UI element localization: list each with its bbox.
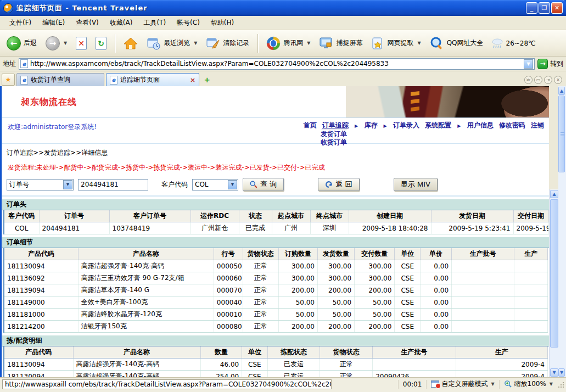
nav-inventory[interactable]: 库存 [364,121,377,129]
table-cell: 000010 [214,309,243,321]
nav-ship-order[interactable]: 发货订单 [321,130,347,138]
back-button[interactable]: ← 后退 [3,34,40,53]
close-button[interactable]: ✕ [551,2,563,14]
tab-list-chevron-button[interactable]: ≫ [524,76,533,84]
address-input[interactable]: e http://www.aspxamcom/ebs/track/TrackDe… [19,58,535,70]
table-cell: 深圳 [310,222,349,234]
menu-account[interactable]: 帐号(C) [172,16,205,29]
tab-restore-button[interactable]: ▭ [534,76,542,84]
table-cell: CSE [395,296,421,309]
address-url[interactable]: http://www.aspxamcom/ebs/track/TrackDeta… [30,60,524,68]
tab-receive-order-query[interactable]: e 收货订单查询 [16,73,104,86]
minimize-button[interactable]: _ [526,2,537,14]
site-banner: 昶东物流在线 [2,86,549,118]
show-miv-button[interactable]: 显示 MIV [394,178,438,191]
column-header: 起点城市 [272,210,310,222]
new-tab-button[interactable]: ＋ [201,74,213,86]
nav-user-info[interactable]: 用户信息 [467,121,494,129]
maximize-button[interactable]: ❐ [539,2,550,14]
home-button[interactable] [120,35,141,52]
favorites-button[interactable]: ★ [2,74,15,86]
scroll-up-icon[interactable]: ▲ [558,87,565,95]
resize-grip[interactable] [557,381,564,388]
tab-bar-close-button[interactable]: × [554,76,562,84]
forward-button[interactable]: → ▼ [42,34,70,53]
order-header-table: 客户代码订单号客户订单号运作RDC状态起点城市终点城市创建日期发货日期交付日期C… [3,210,549,234]
weather-widget[interactable]: 26~28℃ [491,38,536,49]
menu-tools[interactable]: 工具(T) [138,16,171,29]
breadcrumb: 订单追踪>>发货追踪>>详细信息 [2,144,549,160]
customer-select[interactable]: COL ▼ [192,179,238,191]
stop-button[interactable]: ✕ [72,35,90,52]
qq-nav-button[interactable]: QQ网址大全 [427,34,487,53]
qq-portal-dropdown-icon[interactable]: ▼ [307,41,310,46]
tab-dock-button[interactable]: ⇥ [544,76,552,84]
nav-receive-order[interactable]: 收货订单 [321,138,347,146]
table-cell [452,260,514,272]
tab-close-icon[interactable]: × [190,76,195,84]
weather-rain-icon [491,38,503,49]
tab-track-detail[interactable]: e 追踪细节页面 × [106,73,199,86]
toolbar-separator [115,34,115,53]
main-nav: 首页 订单追踪 ▶ 库存 ▶ 订单录入 系统配置 ▶ 用户信息 修改密码 注销 [302,121,546,130]
menu-help[interactable]: 帮助(H) [206,16,239,29]
table-cell: 高露洁草本牙膏-140 G [78,284,214,296]
recent-browse-button[interactable]: 最近浏览 ▼ [143,35,200,52]
table-cell: 200.00 [355,284,395,296]
extract-page-icon [371,37,384,50]
nav-change-password[interactable]: 修改密码 [499,121,525,129]
qq-portal-icon [266,36,281,51]
recent-dropdown-icon[interactable]: ▼ [194,41,197,46]
query-button[interactable]: 查 询 [243,178,284,191]
table-cell: CSE [395,272,421,284]
scroll-up-icon[interactable]: ▲ [550,190,558,198]
forward-dropdown-icon[interactable]: ▼ [64,41,67,46]
qq-portal-button[interactable]: 腾讯网 ▼ [263,34,313,53]
table-row: 181139094高露洁草本牙膏-140 G000070正常200.00200.… [4,284,548,296]
chevron-down-icon: ▼ [491,382,494,387]
scrollbar-thumb[interactable] [550,199,558,348]
scrollbar-thumb[interactable] [558,96,565,172]
table-cell: 300.00 [355,272,395,284]
scroll-down-icon[interactable]: ▼ [550,368,558,377]
toolbar: ← 后退 → ▼ ✕ ↻ 最近浏览 ▼ [0,30,566,57]
nav-order-entry[interactable]: 订单录入 [393,121,419,129]
block-mode-control[interactable]: 自定义屏蔽模式 ▼ [431,379,494,389]
table-cell: 已发运 [267,371,320,378]
table-cell: CSE [242,371,267,378]
extract-dropdown-icon[interactable]: ▼ [417,41,421,46]
go-button[interactable]: → 转到 [537,59,563,69]
table-cell: 高露洁超强牙膏-140克-高钙 [73,359,200,371]
scroll-down-icon[interactable]: ▼ [558,368,565,377]
table-cell: 广州 [272,222,310,234]
order-number-input[interactable]: 204494181 [78,179,148,191]
frame-scrollbar[interactable]: ▲ ▼ [549,189,558,377]
table-cell: 2009-5-19 5:23:41 [431,222,513,234]
refresh-button[interactable]: ↻ [92,35,110,52]
address-dropdown-icon[interactable]: ▼ [524,59,533,69]
menu-view[interactable]: 查看(V) [71,16,104,29]
table-cell: CSE [395,284,421,296]
capture-screen-button[interactable]: 捕捉屏幕 [316,35,366,52]
table-cell: 181130094 [4,260,78,272]
field-select[interactable]: 订单号 ▼ [7,179,74,191]
table-cell: 200.00 [355,321,395,333]
zoom-control[interactable]: 缩放100% ▼ [504,379,553,389]
nav-submenu: 发货订单 收货订单 [321,130,347,146]
weather-temp: 26~28℃ [506,40,536,47]
nav-system-config[interactable]: 系统配置 [425,121,451,129]
nav-logout[interactable]: 注销 [531,121,544,129]
clear-history-button[interactable]: 清除记录 [203,35,253,52]
nav-home[interactable]: 首页 [304,121,317,129]
extract-page-button[interactable]: 网页提取 ▼ [368,35,424,52]
menu-edit[interactable]: 编辑(E) [37,16,70,29]
table-cell [514,260,547,272]
page-scrollbar[interactable]: ▲ ▼ [558,86,566,377]
menu-favorites[interactable]: 收藏(A) [105,16,138,29]
nav-order-tracking[interactable]: 订单追踪 [322,121,349,129]
table-cell [514,296,547,309]
table-cell [514,284,547,296]
menu-file[interactable]: 文件(F) [4,16,36,29]
return-button[interactable]: 返 回 [318,178,359,191]
chevron-down-icon: ▼ [63,180,72,189]
